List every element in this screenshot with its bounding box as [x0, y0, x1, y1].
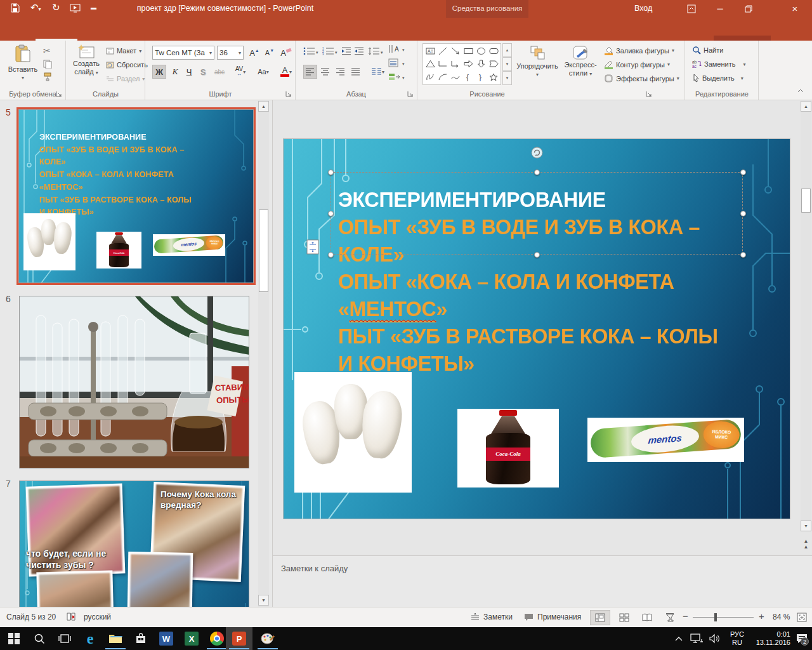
- volume-icon[interactable]: [707, 631, 722, 646]
- drawing-dialog-launcher[interactable]: [646, 91, 652, 97]
- bold-button[interactable]: Ж: [152, 65, 166, 79]
- slide-6-thumbnail[interactable]: СТАВИМОПЫТЫ: [19, 296, 249, 468]
- shape-effects-button[interactable]: Эффекты фигуры▾: [604, 74, 679, 83]
- language-indicator[interactable]: русский: [84, 613, 111, 621]
- network-icon[interactable]: [689, 631, 704, 646]
- shape-elbow-connector-icon[interactable]: [438, 60, 447, 68]
- shape-outline-button[interactable]: Контур фигуры▾: [604, 60, 670, 69]
- cut-icon[interactable]: ✂: [43, 46, 51, 56]
- notes-pane[interactable]: Заметки к слайду: [273, 555, 812, 607]
- text-shadow-button[interactable]: S: [197, 65, 209, 79]
- resize-handle-bottom-center[interactable]: [534, 252, 540, 258]
- search-icon[interactable]: [32, 631, 47, 646]
- shape-arc-icon[interactable]: [438, 73, 447, 81]
- chrome-icon[interactable]: [209, 631, 225, 646]
- shape-triangle-icon[interactable]: [426, 60, 435, 68]
- restore-button[interactable]: [738, 0, 759, 18]
- rotation-handle[interactable]: [531, 147, 543, 159]
- shape-fill-button[interactable]: Заливка фигуры▾: [604, 46, 674, 55]
- shapes-more-icon[interactable]: ▼: [502, 71, 512, 85]
- panel-scroll-up-icon[interactable]: ▲: [258, 101, 269, 112]
- editor-scroll-up-icon[interactable]: ▲: [801, 101, 811, 112]
- zoom-out-button[interactable]: −: [683, 611, 688, 621]
- normal-view-button[interactable]: [590, 610, 610, 625]
- reading-view-button[interactable]: [637, 610, 657, 625]
- previous-slide-button[interactable]: ▲▲: [801, 538, 811, 550]
- zoom-slider-thumb[interactable]: [714, 613, 717, 621]
- font-name-combo[interactable]: Tw Cen MT (За▾: [152, 46, 214, 60]
- new-slide-button[interactable]: Создать слайд ▾: [69, 44, 103, 77]
- undo-icon[interactable]: ↶▾: [30, 2, 41, 13]
- excel-icon[interactable]: X: [184, 631, 199, 646]
- decrease-font-icon[interactable]: А▼: [263, 46, 277, 60]
- align-left-button[interactable]: [303, 65, 317, 79]
- slide-7-thumbnail[interactable]: Почему Кока кола вредная? что будет, есл…: [19, 481, 249, 607]
- zoom-slider-track[interactable]: [693, 617, 754, 618]
- align-center-button[interactable]: [318, 65, 332, 79]
- store-icon[interactable]: [133, 631, 148, 646]
- shape-right-arrow-icon[interactable]: [464, 60, 473, 68]
- increase-font-icon[interactable]: А▲: [247, 46, 261, 60]
- font-dialog-launcher[interactable]: [285, 91, 292, 97]
- clear-formatting-icon[interactable]: А: [279, 46, 293, 60]
- arrange-button[interactable]: Упорядочить ▾: [516, 44, 558, 79]
- ribbon-display-options-icon[interactable]: [681, 0, 702, 18]
- panel-scrollbar-thumb[interactable]: [259, 209, 268, 292]
- shape-left-brace-icon[interactable]: {: [465, 73, 471, 81]
- paste-button[interactable]: Вставить ▾: [6, 44, 39, 82]
- panel-scroll-down-icon[interactable]: ▼: [258, 595, 269, 606]
- close-button[interactable]: ×: [784, 0, 806, 18]
- mentos-image[interactable]: mentosЯБЛОКОМИКС: [587, 418, 744, 462]
- editor-scrollbar[interactable]: ▲ ▼: [801, 100, 811, 532]
- resize-handle-bottom-left[interactable]: [328, 252, 334, 258]
- resize-handle-top-left[interactable]: [328, 169, 334, 175]
- minimize-button[interactable]: ─: [709, 0, 731, 18]
- select-button[interactable]: Выделить▾: [692, 74, 743, 83]
- sign-in-link[interactable]: Вход: [634, 4, 652, 13]
- quick-styles-button[interactable]: Экспресс- стили ▾: [561, 44, 600, 78]
- numbering-icon[interactable]: 123▾: [322, 47, 337, 55]
- editor-scrollbar-thumb[interactable]: [801, 189, 811, 213]
- edge-icon[interactable]: e: [82, 631, 98, 646]
- shape-star-icon[interactable]: [489, 73, 498, 81]
- teeth-image[interactable]: [294, 372, 412, 493]
- justify-button[interactable]: [349, 65, 363, 79]
- change-case-button[interactable]: Aa▾: [254, 65, 273, 79]
- paint-icon[interactable]: [260, 631, 275, 646]
- bullets-icon[interactable]: ▾: [303, 47, 318, 55]
- align-right-button[interactable]: [334, 65, 348, 79]
- shape-pentagon-icon[interactable]: [489, 60, 499, 68]
- fit-to-window-icon[interactable]: [797, 613, 807, 622]
- font-size-combo[interactable]: 36▾: [217, 46, 244, 60]
- editor-scroll-down-icon[interactable]: ▼: [801, 521, 811, 531]
- clipboard-dialog-launcher[interactable]: [56, 91, 62, 97]
- increase-indent-icon[interactable]: [354, 47, 364, 55]
- language-tray-indicator[interactable]: РУСRU: [728, 630, 746, 647]
- resize-handle-mid-left[interactable]: [328, 211, 334, 216]
- align-text-icon[interactable]: ▾: [388, 58, 407, 67]
- shape-freeform-icon[interactable]: [426, 73, 435, 81]
- replace-button[interactable]: abac Заменить▾: [692, 60, 745, 69]
- section-button[interactable]: Раздел▾: [106, 75, 145, 83]
- cola-image[interactable]: Coca-Cola: [457, 409, 559, 488]
- zoom-level[interactable]: 84 %: [773, 613, 790, 621]
- character-spacing-button[interactable]: AV↔▾: [230, 65, 251, 79]
- task-view-icon[interactable]: [57, 631, 72, 646]
- slide-canvas[interactable]: ЭКСПЕРИМЕНТИРОВАНИЕ ОПЫТ «ЗУБ В ВОДЕ И З…: [283, 138, 790, 519]
- word-icon[interactable]: W: [159, 631, 174, 646]
- shape-down-arrow-icon[interactable]: [477, 60, 485, 68]
- start-slideshow-icon[interactable]: [70, 4, 81, 13]
- shape-rectangle-icon[interactable]: [464, 47, 473, 55]
- text-direction-icon[interactable]: А▾: [388, 44, 407, 53]
- redo-icon[interactable]: ↻: [52, 2, 60, 13]
- resize-handle-mid-right[interactable]: [740, 211, 746, 216]
- slide-counter[interactable]: Слайд 5 из 20: [6, 613, 56, 621]
- italic-button[interactable]: К: [169, 65, 181, 79]
- powerpoint-taskbar-button[interactable]: P: [226, 627, 252, 650]
- shape-curve-icon[interactable]: [451, 73, 460, 81]
- clock[interactable]: 0:0113.11.2016: [750, 630, 790, 647]
- shape-line-icon[interactable]: [438, 47, 447, 55]
- decrease-indent-icon[interactable]: [341, 47, 351, 55]
- reset-button[interactable]: Сбросить: [106, 61, 148, 69]
- convert-smartart-icon[interactable]: ▾: [388, 72, 407, 81]
